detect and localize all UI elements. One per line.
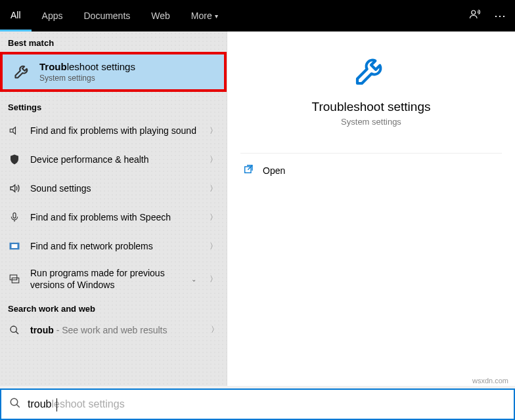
sound-fix-icon xyxy=(8,125,21,136)
svg-line-8 xyxy=(16,331,18,334)
setting-label: Find and fix problems with Speech xyxy=(30,211,200,223)
chevron-right-icon: 〉 xyxy=(210,212,219,223)
chevron-right-icon: 〉 xyxy=(210,183,219,194)
preview-title: Troubleshoot settings xyxy=(227,100,515,114)
setting-label: Sound settings xyxy=(30,182,200,194)
preview-subtitle: System settings xyxy=(227,117,515,127)
shield-icon xyxy=(8,154,21,165)
best-match-title-rest: leshoot settings xyxy=(67,61,135,72)
svg-line-11 xyxy=(16,404,20,408)
search-bar[interactable]: troubleshoot settings xyxy=(0,388,515,420)
preview-wrench-icon xyxy=(227,51,515,88)
text-cursor xyxy=(56,398,57,411)
chevron-right-icon: 〉 xyxy=(210,241,219,252)
speaker-icon xyxy=(8,182,21,194)
web-query-bold: troub xyxy=(30,325,54,335)
svg-point-0 xyxy=(472,10,476,14)
svg-rect-2 xyxy=(13,213,16,218)
setting-item-playing-sound[interactable]: Find and fix problems with playing sound… xyxy=(0,116,227,145)
chevron-down-icon: ⌄ xyxy=(191,276,196,283)
search-icon xyxy=(9,397,21,411)
setting-label: Device performance & health xyxy=(30,154,200,165)
chevron-right-icon: 〉 xyxy=(210,154,219,165)
microphone-icon xyxy=(8,211,21,223)
svg-rect-1 xyxy=(10,129,13,133)
open-label: Open xyxy=(263,165,285,176)
header-tabs: All Apps Documents Web More▾ ⋯ xyxy=(0,0,515,32)
svg-point-10 xyxy=(11,398,18,406)
open-action[interactable]: Open xyxy=(227,158,515,183)
setting-label: Find and fix network problems xyxy=(30,240,200,252)
search-typed: troub xyxy=(28,398,51,410)
section-best-match: Best match xyxy=(0,32,227,52)
chevron-right-icon: 〉 xyxy=(210,125,219,136)
svg-point-7 xyxy=(11,326,16,332)
setting-label: Find and fix problems with playing sound xyxy=(30,125,200,136)
svg-rect-4 xyxy=(12,244,18,248)
results-panel: Best match Troubleshoot settings System … xyxy=(0,32,227,386)
search-input[interactable]: troubleshoot settings xyxy=(28,398,125,410)
svg-rect-6 xyxy=(12,278,19,284)
chevron-down-icon: ▾ xyxy=(215,12,218,20)
section-search-web: Search work and web xyxy=(0,297,227,318)
feedback-icon[interactable] xyxy=(469,9,481,23)
preview-panel: Troubleshoot settings System settings Op… xyxy=(227,32,515,386)
best-match-item[interactable]: Troubleshoot settings System settings xyxy=(0,52,227,92)
section-settings: Settings xyxy=(0,96,227,116)
tab-apps[interactable]: Apps xyxy=(32,0,74,32)
chevron-right-icon: 〉 xyxy=(211,324,219,335)
setting-item-device-health[interactable]: Device performance & health 〉 xyxy=(0,145,227,174)
web-query-hint: - See work and web results xyxy=(54,325,168,335)
setting-item-sound[interactable]: Sound settings 〉 xyxy=(0,174,227,203)
web-search-item[interactable]: troub - See work and web results 〉 xyxy=(0,318,227,342)
setting-item-speech[interactable]: Find and fix problems with Speech 〉 xyxy=(0,203,227,232)
more-options-icon[interactable]: ⋯ xyxy=(494,9,507,23)
search-icon xyxy=(8,325,21,335)
open-icon xyxy=(243,164,254,177)
chevron-right-icon: 〉 xyxy=(210,274,219,285)
tab-all[interactable]: All xyxy=(0,0,32,32)
compat-icon xyxy=(8,273,21,285)
tab-more[interactable]: More▾ xyxy=(181,0,229,32)
tab-documents[interactable]: Documents xyxy=(73,0,141,32)
search-suggestion: leshoot settings xyxy=(51,398,124,410)
tab-web[interactable]: Web xyxy=(141,0,181,32)
watermark: wsxdn.com xyxy=(472,377,508,385)
best-match-title-bold: Troub xyxy=(39,61,67,72)
wrench-icon xyxy=(13,62,32,83)
svg-rect-5 xyxy=(10,275,17,280)
setting-item-network[interactable]: Find and fix network problems 〉 xyxy=(0,232,227,261)
setting-label: Run programs made for previous versions … xyxy=(30,267,187,291)
setting-item-compat[interactable]: Run programs made for previous versions … xyxy=(0,261,227,297)
network-icon xyxy=(8,240,21,252)
best-match-subtitle: System settings xyxy=(39,74,135,83)
